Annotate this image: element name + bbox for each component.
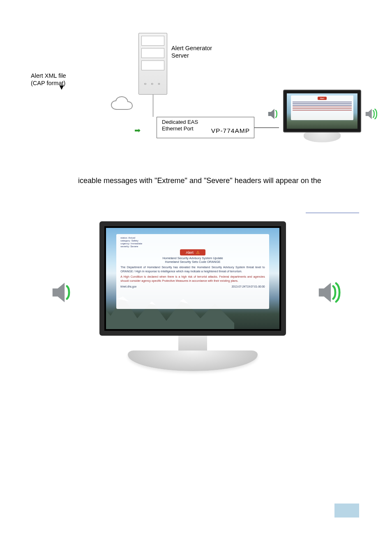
alert-overlay-small: Alert bbox=[291, 95, 353, 120]
alert-headline: Homeland Security Advisory System Update… bbox=[120, 256, 265, 264]
alert-panel: status: Actual category: Safety urgency:… bbox=[116, 234, 269, 309]
speaker-right-icon bbox=[363, 105, 380, 123]
device-model: VP-774AMP bbox=[211, 127, 250, 135]
display-monitor: status: Actual category: Safety urgency:… bbox=[99, 221, 286, 377]
connector-line bbox=[254, 128, 279, 128]
body-text-fragment: iceable messages with "Extreme" and "Sev… bbox=[78, 175, 366, 186]
device-box: Dedicated EAS Ethernet Port VP-774AMP bbox=[157, 117, 254, 138]
header-link-underline bbox=[306, 212, 359, 213]
server-label: Alert Generator Server bbox=[171, 44, 212, 59]
system-diagram: Alert XML file (CAP format) ▼ ○ ○ ○ Aler… bbox=[31, 25, 360, 146]
emergency-alert-screenshot: status: Actual category: Safety urgency:… bbox=[25, 221, 362, 378]
xml-file-label-line1: Alert XML file bbox=[31, 72, 66, 79]
cloud-icon bbox=[109, 95, 135, 113]
speaker-right-icon bbox=[315, 278, 344, 307]
alert-meta: status: Actual category: Safety urgency:… bbox=[120, 237, 265, 248]
alert-footer-timestamp: 2013-07-24T19:07:01-00:00 bbox=[232, 285, 265, 288]
alert-body-2: A High Condition is declared when there … bbox=[120, 275, 265, 283]
alert-footer: trinet.dhs.gov 2013-07-24T19:07:01-00:00 bbox=[120, 285, 265, 288]
alert-badge: Alert bbox=[180, 249, 205, 255]
arrow-down-icon: ▼ bbox=[58, 83, 65, 92]
alert-footer-source: trinet.dhs.gov bbox=[120, 285, 136, 288]
alert-badge-small: Alert bbox=[318, 97, 327, 100]
alert-body-1: The Department of Homeland Security has … bbox=[120, 265, 265, 273]
dedicated-port-label: Dedicated EAS Ethernet Port bbox=[162, 119, 198, 132]
arrow-right-icon: ➡ bbox=[134, 126, 141, 135]
connector-line bbox=[153, 95, 153, 117]
speaker-left-icon bbox=[265, 105, 283, 123]
alert-generator-server-icon: ○ ○ ○ bbox=[138, 33, 167, 95]
speaker-left-icon bbox=[48, 278, 77, 307]
display-preview: Alert bbox=[283, 90, 361, 142]
page-number-box bbox=[334, 504, 359, 518]
